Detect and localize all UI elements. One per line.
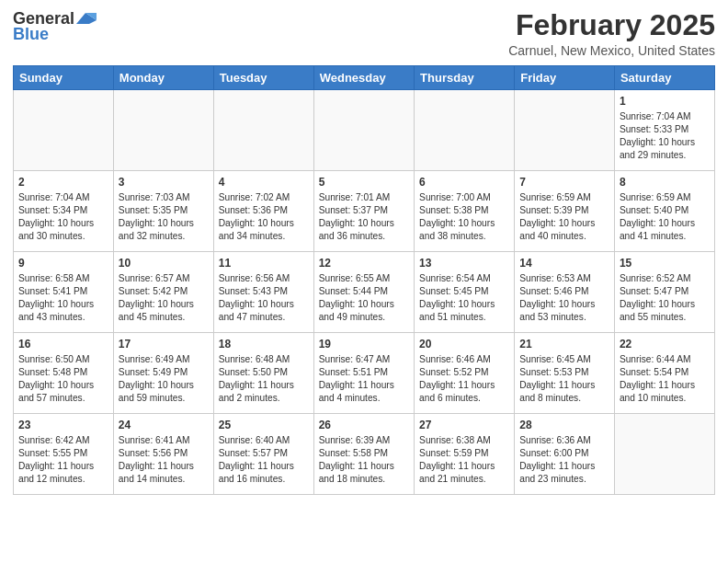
- location: Carnuel, New Mexico, United States: [508, 43, 715, 58]
- day-info: Sunrise: 6:39 AMSunset: 5:58 PMDaylight:…: [319, 434, 409, 485]
- day-number: 22: [620, 337, 710, 351]
- day-number: 15: [620, 256, 710, 270]
- day-number: 19: [319, 337, 409, 351]
- calendar-day-19: 19Sunrise: 6:47 AMSunset: 5:51 PMDayligh…: [313, 333, 414, 414]
- weekday-header-thursday: Thursday: [415, 66, 515, 90]
- day-number: 12: [319, 256, 409, 270]
- day-info: Sunrise: 6:40 AMSunset: 5:57 PMDaylight:…: [219, 434, 309, 485]
- day-info: Sunrise: 7:04 AMSunset: 5:34 PMDaylight:…: [18, 191, 108, 242]
- calendar-empty-cell: [515, 90, 615, 171]
- calendar-day-11: 11Sunrise: 6:56 AMSunset: 5:43 PMDayligh…: [213, 252, 313, 333]
- day-info: Sunrise: 7:03 AMSunset: 5:35 PMDaylight:…: [119, 191, 209, 242]
- calendar-day-8: 8Sunrise: 6:59 AMSunset: 5:40 PMDaylight…: [614, 171, 714, 252]
- calendar-day-10: 10Sunrise: 6:57 AMSunset: 5:42 PMDayligh…: [113, 252, 213, 333]
- calendar-day-9: 9Sunrise: 6:58 AMSunset: 5:41 PMDaylight…: [14, 252, 114, 333]
- day-info: Sunrise: 6:42 AMSunset: 5:55 PMDaylight:…: [18, 434, 108, 485]
- day-number: 6: [419, 175, 509, 190]
- day-info: Sunrise: 6:58 AMSunset: 5:41 PMDaylight:…: [18, 272, 108, 323]
- day-number: 27: [419, 418, 509, 432]
- day-info: Sunrise: 6:41 AMSunset: 5:56 PMDaylight:…: [119, 434, 209, 485]
- calendar-day-28: 28Sunrise: 6:36 AMSunset: 6:00 PMDayligh…: [515, 414, 615, 495]
- day-number: 26: [319, 418, 409, 432]
- day-info: Sunrise: 6:47 AMSunset: 5:51 PMDaylight:…: [319, 353, 409, 404]
- calendar-day-18: 18Sunrise: 6:48 AMSunset: 5:50 PMDayligh…: [213, 333, 313, 414]
- day-number: 8: [620, 175, 710, 190]
- day-info: Sunrise: 7:01 AMSunset: 5:37 PMDaylight:…: [319, 191, 409, 242]
- day-info: Sunrise: 7:02 AMSunset: 5:36 PMDaylight:…: [219, 191, 309, 242]
- calendar-day-14: 14Sunrise: 6:53 AMSunset: 5:46 PMDayligh…: [515, 252, 615, 333]
- day-info: Sunrise: 6:45 AMSunset: 5:53 PMDaylight:…: [519, 353, 609, 404]
- calendar-day-17: 17Sunrise: 6:49 AMSunset: 5:49 PMDayligh…: [113, 333, 213, 414]
- day-info: Sunrise: 6:38 AMSunset: 5:59 PMDaylight:…: [419, 434, 509, 485]
- day-number: 5: [319, 175, 409, 190]
- day-number: 17: [119, 337, 209, 351]
- calendar-day-5: 5Sunrise: 7:01 AMSunset: 5:37 PMDaylight…: [313, 171, 414, 252]
- logo: General Blue: [13, 9, 97, 44]
- title-block: February 2025 Carnuel, New Mexico, Unite…: [508, 9, 715, 58]
- calendar-day-22: 22Sunrise: 6:44 AMSunset: 5:54 PMDayligh…: [614, 333, 714, 414]
- calendar-day-20: 20Sunrise: 6:46 AMSunset: 5:52 PMDayligh…: [415, 333, 515, 414]
- day-info: Sunrise: 6:55 AMSunset: 5:44 PMDaylight:…: [319, 272, 409, 323]
- calendar-day-4: 4Sunrise: 7:02 AMSunset: 5:36 PMDaylight…: [213, 171, 313, 252]
- calendar-day-6: 6Sunrise: 7:00 AMSunset: 5:38 PMDaylight…: [415, 171, 515, 252]
- calendar-day-15: 15Sunrise: 6:52 AMSunset: 5:47 PMDayligh…: [614, 252, 714, 333]
- calendar-day-24: 24Sunrise: 6:41 AMSunset: 5:56 PMDayligh…: [113, 414, 213, 495]
- page: General Blue February 2025 Carnuel, New …: [0, 0, 728, 563]
- day-info: Sunrise: 6:44 AMSunset: 5:54 PMDaylight:…: [620, 353, 710, 404]
- calendar-week-row: 1Sunrise: 7:04 AMSunset: 5:33 PMDaylight…: [14, 90, 715, 171]
- calendar-day-13: 13Sunrise: 6:54 AMSunset: 5:45 PMDayligh…: [415, 252, 515, 333]
- logo-icon: [76, 11, 97, 26]
- day-info: Sunrise: 6:46 AMSunset: 5:52 PMDaylight:…: [419, 353, 509, 404]
- weekday-header-monday: Monday: [113, 66, 213, 90]
- calendar-day-23: 23Sunrise: 6:42 AMSunset: 5:55 PMDayligh…: [14, 414, 114, 495]
- calendar-day-25: 25Sunrise: 6:40 AMSunset: 5:57 PMDayligh…: [213, 414, 313, 495]
- day-number: 21: [519, 337, 609, 351]
- calendar-day-3: 3Sunrise: 7:03 AMSunset: 5:35 PMDaylight…: [113, 171, 213, 252]
- calendar-day-2: 2Sunrise: 7:04 AMSunset: 5:34 PMDaylight…: [14, 171, 114, 252]
- calendar-table: SundayMondayTuesdayWednesdayThursdayFrid…: [13, 65, 715, 495]
- day-number: 25: [219, 418, 309, 432]
- day-number: 4: [219, 175, 309, 190]
- calendar-day-12: 12Sunrise: 6:55 AMSunset: 5:44 PMDayligh…: [313, 252, 414, 333]
- weekday-header-friday: Friday: [515, 66, 615, 90]
- weekday-header-wednesday: Wednesday: [313, 66, 414, 90]
- logo-blue-text: Blue: [13, 25, 49, 44]
- calendar-week-row: 9Sunrise: 6:58 AMSunset: 5:41 PMDaylight…: [14, 252, 715, 333]
- weekday-header-sunday: Sunday: [14, 66, 114, 90]
- day-info: Sunrise: 6:36 AMSunset: 6:00 PMDaylight:…: [519, 434, 609, 485]
- calendar-empty-cell: [113, 90, 213, 171]
- calendar-day-27: 27Sunrise: 6:38 AMSunset: 5:59 PMDayligh…: [415, 414, 515, 495]
- day-info: Sunrise: 6:53 AMSunset: 5:46 PMDaylight:…: [519, 272, 609, 323]
- calendar-day-7: 7Sunrise: 6:59 AMSunset: 5:39 PMDaylight…: [515, 171, 615, 252]
- day-number: 3: [119, 175, 209, 190]
- day-number: 2: [18, 175, 108, 190]
- calendar-empty-cell: [313, 90, 414, 171]
- day-info: Sunrise: 6:54 AMSunset: 5:45 PMDaylight:…: [419, 272, 509, 323]
- header: General Blue February 2025 Carnuel, New …: [13, 9, 715, 58]
- day-info: Sunrise: 6:56 AMSunset: 5:43 PMDaylight:…: [219, 272, 309, 323]
- calendar-week-row: 23Sunrise: 6:42 AMSunset: 5:55 PMDayligh…: [14, 414, 715, 495]
- calendar-week-row: 16Sunrise: 6:50 AMSunset: 5:48 PMDayligh…: [14, 333, 715, 414]
- day-number: 9: [18, 256, 108, 270]
- day-info: Sunrise: 6:52 AMSunset: 5:47 PMDaylight:…: [620, 272, 710, 323]
- day-info: Sunrise: 6:48 AMSunset: 5:50 PMDaylight:…: [219, 353, 309, 404]
- day-info: Sunrise: 6:57 AMSunset: 5:42 PMDaylight:…: [119, 272, 209, 323]
- calendar-week-row: 2Sunrise: 7:04 AMSunset: 5:34 PMDaylight…: [14, 171, 715, 252]
- day-number: 23: [18, 418, 108, 432]
- day-number: 7: [519, 175, 609, 190]
- day-number: 18: [219, 337, 309, 351]
- day-number: 16: [18, 337, 108, 351]
- month-title: February 2025: [508, 9, 715, 41]
- day-info: Sunrise: 6:59 AMSunset: 5:39 PMDaylight:…: [519, 191, 609, 242]
- calendar-empty-cell: [14, 90, 114, 171]
- day-number: 24: [119, 418, 209, 432]
- calendar-day-1: 1Sunrise: 7:04 AMSunset: 5:33 PMDaylight…: [614, 90, 714, 171]
- day-number: 10: [119, 256, 209, 270]
- day-info: Sunrise: 6:50 AMSunset: 5:48 PMDaylight:…: [18, 353, 108, 404]
- day-info: Sunrise: 7:00 AMSunset: 5:38 PMDaylight:…: [419, 191, 509, 242]
- weekday-header-saturday: Saturday: [614, 66, 714, 90]
- day-number: 28: [519, 418, 609, 432]
- calendar-day-26: 26Sunrise: 6:39 AMSunset: 5:58 PMDayligh…: [313, 414, 414, 495]
- calendar-day-16: 16Sunrise: 6:50 AMSunset: 5:48 PMDayligh…: [14, 333, 114, 414]
- weekday-header-tuesday: Tuesday: [213, 66, 313, 90]
